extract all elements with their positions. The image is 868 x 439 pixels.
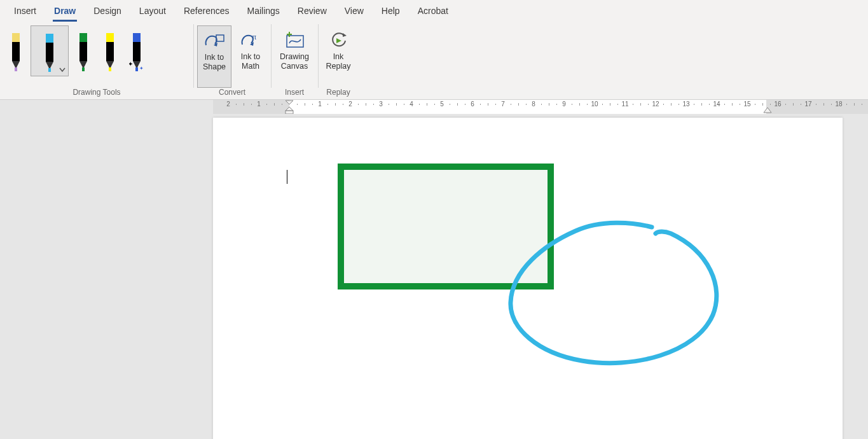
pen-blue-sparkle[interactable]: ✦✦ [125,25,149,75]
highlighter-yellow[interactable] [98,25,122,75]
ruler-number: 4 [410,101,413,108]
ribbon-tabs: Insert Draw Design Layout References Mai… [0,0,868,22]
ruler-number: 12 [652,101,659,108]
svg-rect-9 [79,42,87,61]
right-indent-marker[interactable] [762,106,773,114]
svg-rect-13 [106,42,114,61]
svg-rect-0 [12,33,20,42]
ruler-number: 2 [226,101,230,108]
pen-cyan[interactable] [31,25,69,76]
group-insert: DrawingCanvas Insert [271,22,318,99]
pen-gallery: ✦✦ [4,24,189,88]
tab-insert[interactable]: Insert [5,0,45,22]
ink-to-math-button[interactable]: π Ink toMath [234,25,267,87]
ruler-area: 21123456789101112131415161718 [0,100,868,114]
tab-draw[interactable]: Draw [45,0,85,22]
ruler-number: 2 [348,101,352,108]
pen-green[interactable] [71,25,95,75]
ink-to-shape-label: Ink toShape [202,53,227,72]
drawing-canvas-button[interactable]: DrawingCanvas [275,25,314,87]
ruler-number: 17 [804,101,811,108]
ink-replay-label: InkReplay [325,52,352,71]
svg-rect-4 [46,34,53,43]
svg-marker-30 [336,38,341,43]
tab-acrobat[interactable]: Acrobat [409,0,457,22]
tab-help[interactable]: Help [373,0,409,22]
svg-rect-8 [79,33,87,42]
ruler-number: 10 [591,101,598,108]
ruler-number: 3 [379,101,383,108]
group-drawing-tools: ✦✦ Drawing Tools [0,22,193,99]
svg-text:π: π [252,32,256,41]
ruler-number: 9 [562,101,566,108]
svg-rect-3 [15,67,17,71]
tab-mailings[interactable]: Mailings [238,0,288,22]
ruler-number: 1 [257,101,261,108]
horizontal-ruler[interactable]: 21123456789101112131415161718 [213,100,868,114]
drawing-canvas-icon [282,28,307,52]
group-convert: Ink toShape π Ink toMath Convert [193,22,271,99]
ink-replay-button[interactable]: InkReplay [322,25,355,87]
green-rectangle-shape[interactable] [338,164,554,289]
ink-to-math-label: Ink toMath [240,52,262,71]
ruler-number: 5 [440,101,444,108]
group-label-insert: Insert [275,88,314,99]
group-label-drawing-tools: Drawing Tools [4,88,189,99]
ink-to-shape-button[interactable]: Ink toShape [197,25,231,88]
ruler-number: 6 [471,101,474,108]
pen-icon [42,34,57,72]
svg-text:✦: ✦ [139,66,144,71]
pen-icon [102,33,118,71]
svg-rect-15 [109,67,111,71]
group-label-convert: Convert [197,88,267,99]
tab-design[interactable]: Design [85,0,130,22]
tab-references[interactable]: References [175,0,238,22]
svg-marker-29 [343,33,347,37]
svg-rect-5 [46,43,53,62]
ruler-number: 18 [835,101,842,108]
text-caret [287,170,287,184]
first-line-indent-marker[interactable] [284,100,294,114]
ruler-number: 8 [532,101,535,108]
ink-to-math-icon: π [238,28,263,52]
tab-view[interactable]: View [336,0,373,22]
ruler-number: 15 [743,101,750,108]
svg-rect-23 [216,35,224,41]
svg-rect-1 [12,42,20,61]
svg-marker-32 [286,107,293,111]
ruler-number: 7 [501,101,505,108]
pen-icon [8,33,24,71]
tab-review[interactable]: Review [289,0,336,22]
svg-text:✦: ✦ [129,60,133,67]
svg-rect-12 [106,33,114,42]
ruler-number: 1 [318,101,322,108]
svg-rect-19 [135,67,138,71]
svg-marker-31 [286,101,293,104]
ruler-number: 13 [682,101,689,108]
ribbon: ✦✦ Drawing Tools Ink toShape [0,22,868,100]
drawing-canvas-label: DrawingCanvas [279,52,310,71]
document-workspace [0,114,868,439]
ruler-number: 11 [621,101,628,108]
chevron-down-icon[interactable] [59,67,65,73]
pen-icon: ✦✦ [129,33,144,71]
svg-rect-17 [133,42,141,61]
svg-rect-11 [82,67,85,71]
ruler-number: 16 [774,101,781,108]
tab-layout[interactable]: Layout [130,0,175,22]
group-label-replay: Replay [322,88,355,99]
document-page[interactable] [213,118,843,439]
pen-yellow-black[interactable] [4,25,28,75]
ink-to-shape-icon [202,29,227,53]
ink-replay-icon [326,28,351,52]
svg-rect-7 [48,68,51,72]
group-replay: InkReplay Replay [318,22,359,99]
pen-icon [76,33,91,71]
svg-marker-34 [764,108,771,113]
svg-rect-16 [133,33,141,42]
ruler-number: 14 [713,101,720,108]
